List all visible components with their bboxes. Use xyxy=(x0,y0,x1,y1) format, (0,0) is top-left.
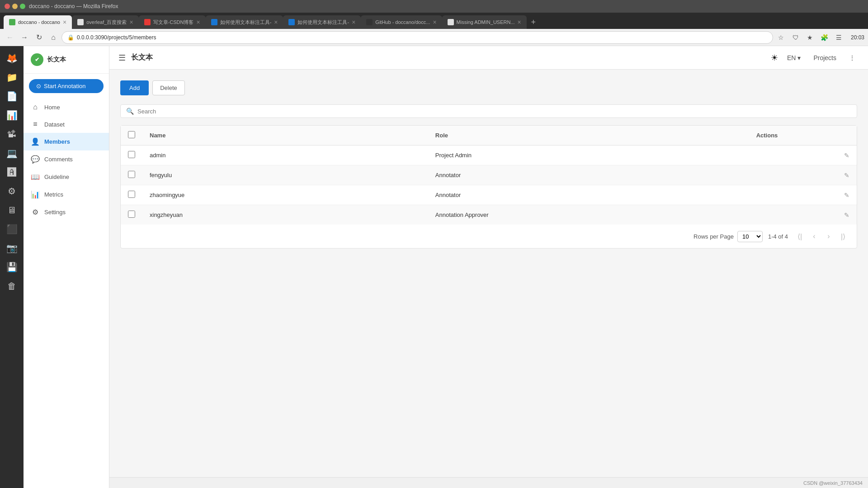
tab-close-icon[interactable]: × xyxy=(63,19,66,26)
sys-icon-terminal[interactable]: ⬛ xyxy=(3,221,20,238)
tab-label: 如何使用文本标注工具- xyxy=(220,19,272,26)
sys-icon-spreadsheet[interactable]: 📊 xyxy=(3,107,20,124)
theme-icon[interactable]: ☀ xyxy=(771,53,778,63)
table: Name Role Actions admin Project Admin xyxy=(121,126,857,225)
tab-close-icon[interactable]: × xyxy=(352,19,355,26)
row-checkbox[interactable] xyxy=(128,211,135,218)
lang-chevron-icon: ▾ xyxy=(797,54,801,61)
sidebar-item-dataset[interactable]: ≡ Dataset xyxy=(24,116,109,133)
sys-icon-files[interactable]: 📁 xyxy=(3,69,20,86)
th-name: Name xyxy=(142,126,428,145)
row-checkbox[interactable] xyxy=(128,151,135,158)
rows-per-page-select[interactable]: 10 25 50 100 xyxy=(737,231,763,242)
table-row: admin Project Admin ✎ xyxy=(121,145,857,165)
page-nav: ⟨| ‹ › |⟩ xyxy=(793,230,849,243)
sidebar-item-members[interactable]: 👤 Members xyxy=(24,133,109,150)
menu-icon[interactable]: ☰ xyxy=(833,31,845,44)
edit-icon[interactable]: ✎ xyxy=(844,172,849,179)
url-text: 0.0.0.0:3090/projects/5/members xyxy=(77,34,156,41)
edit-icon[interactable]: ✎ xyxy=(844,152,849,159)
sys-icon-amazon[interactable]: 🅰 xyxy=(3,164,20,181)
refresh-button[interactable]: ↻ xyxy=(33,31,45,44)
minimize-window-btn[interactable] xyxy=(12,4,18,9)
sidebar-item-guideline[interactable]: 📖 Guideline xyxy=(24,168,109,186)
tab-close-icon[interactable]: × xyxy=(129,19,133,26)
td-name: xingzheyuan xyxy=(142,205,428,225)
delete-button[interactable]: Delete xyxy=(152,80,185,95)
prev-page-button[interactable]: ‹ xyxy=(808,230,821,243)
star-icon[interactable]: ★ xyxy=(804,31,816,44)
page-info: 1-4 of 4 xyxy=(768,233,788,240)
new-tab-button[interactable]: + xyxy=(527,15,540,29)
row-checkbox[interactable] xyxy=(128,191,135,198)
sidebar-item-settings[interactable]: ⚙ Settings xyxy=(24,203,109,221)
last-page-button[interactable]: |⟩ xyxy=(837,230,849,243)
sys-icon-text[interactable]: 📄 xyxy=(3,88,20,105)
sys-icon-present[interactable]: 📽 xyxy=(3,126,20,143)
tab-github[interactable]: GitHub - doccano/docc... × xyxy=(361,15,442,29)
edit-icon[interactable]: ✎ xyxy=(844,211,849,219)
url-bar[interactable]: 🔒 0.0.0.0:3090/projects/5/members xyxy=(61,31,773,44)
sys-icon-storage[interactable]: 💾 xyxy=(3,258,20,276)
content-area: Add Delete 🔍 Name Role xyxy=(109,70,868,477)
sidebar-item-home-label: Home xyxy=(44,104,60,111)
sys-icon-browser[interactable]: 🦊 xyxy=(3,50,20,67)
edit-icon[interactable]: ✎ xyxy=(844,192,849,199)
tab-overleaf[interactable]: overleaf_百度搜索 × xyxy=(72,15,138,29)
hamburger-icon[interactable]: ☰ xyxy=(118,53,126,63)
tab-close-icon[interactable]: × xyxy=(274,19,278,26)
sys-icon-trash[interactable]: 🗑 xyxy=(3,277,20,295)
sidebar-header: ✔ 长文本 xyxy=(24,46,109,74)
td-actions: ✎ xyxy=(749,165,857,185)
home-icon: ⌂ xyxy=(31,103,40,111)
sidebar-project-name: 长文本 xyxy=(47,56,66,64)
sidebar-item-guideline-label: Guideline xyxy=(44,174,69,180)
close-window-btn[interactable] xyxy=(5,4,10,9)
tab-missing[interactable]: Missing ADMIN_USERN... × xyxy=(442,15,527,29)
tab-bar: doccano - doccano × overleaf_百度搜索 × 写文章-… xyxy=(0,13,868,29)
app-sidebar: ✔ 长文本 ⊙ Start Annotation ⌂ Home ≡ Datase… xyxy=(24,46,109,488)
sidebar-item-metrics[interactable]: 📊 Metrics xyxy=(24,186,109,203)
rows-per-page: Rows per Page 10 25 50 100 xyxy=(693,231,763,242)
td-role: Project Admin xyxy=(428,145,749,165)
tab-csdn[interactable]: 写文章-CSDN博客 × xyxy=(139,15,206,29)
language-button[interactable]: EN ▾ xyxy=(783,52,804,63)
projects-button[interactable]: Projects xyxy=(810,52,840,63)
extension-icon[interactable]: 🧩 xyxy=(818,31,831,44)
sidebar-item-home[interactable]: ⌂ Home xyxy=(24,99,109,116)
bookmarks-icon[interactable]: ☆ xyxy=(775,31,788,44)
sys-icon-pycharm[interactable]: 🖥 xyxy=(3,202,20,219)
rows-per-page-label: Rows per Page xyxy=(693,233,734,240)
title-bar: doccano - doccano — Mozilla Firefox xyxy=(0,0,868,13)
sys-icon-settings[interactable]: ⚙ xyxy=(3,183,20,200)
main-content: ☰ 长文本 ☀ EN ▾ Projects ⋮ Add xyxy=(109,46,868,488)
first-page-button[interactable]: ⟨| xyxy=(793,230,806,243)
app-layout: 🦊 📁 📄 📊 📽 💻 🅰 ⚙ 🖥 ⬛ 📷 💾 🗑 ✔ 长文本 ⊙ Start … xyxy=(0,46,868,488)
start-annotation-button[interactable]: ⊙ Start Annotation xyxy=(29,79,104,93)
sidebar-item-comments[interactable]: 💬 Comments xyxy=(24,150,109,168)
home-button[interactable]: ⌂ xyxy=(47,31,60,44)
tab-favicon xyxy=(448,19,454,25)
tab-close-icon[interactable]: × xyxy=(433,19,436,26)
tab-close-icon[interactable]: × xyxy=(518,19,521,26)
shield-icon[interactable]: 🛡 xyxy=(789,31,802,44)
tab-howto1[interactable]: 如何使用文本标注工具- × xyxy=(206,15,283,29)
next-page-button[interactable]: › xyxy=(822,230,835,243)
tab-doccano[interactable]: doccano - doccano × xyxy=(4,15,72,29)
select-all-checkbox[interactable] xyxy=(128,131,135,138)
add-button[interactable]: Add xyxy=(120,80,149,95)
tab-favicon xyxy=(144,19,151,25)
sys-icon-code[interactable]: 💻 xyxy=(3,145,20,162)
tab-favicon xyxy=(9,19,15,25)
tab-close-icon[interactable]: × xyxy=(196,19,200,26)
tab-howto2[interactable]: 如何使用文本标注工具- × xyxy=(283,15,361,29)
forward-button[interactable]: → xyxy=(18,31,31,44)
back-button[interactable]: ← xyxy=(4,31,16,44)
row-checkbox[interactable] xyxy=(128,171,135,178)
start-icon: ⊙ xyxy=(36,83,41,89)
more-button[interactable]: ⋮ xyxy=(845,52,859,63)
tab-label: 如何使用文本标注工具- xyxy=(297,19,349,26)
search-input[interactable] xyxy=(137,108,273,115)
sys-icon-webcam[interactable]: 📷 xyxy=(3,239,20,257)
maximize-window-btn[interactable] xyxy=(20,4,25,9)
